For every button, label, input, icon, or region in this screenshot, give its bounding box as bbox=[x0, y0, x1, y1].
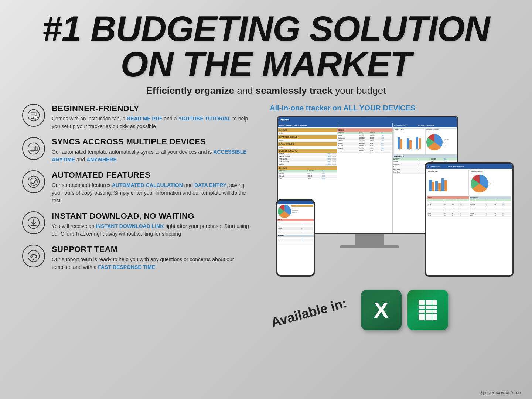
feature-download-desc: You will receive an INSTANT DOWNLOAD LIN… bbox=[52, 222, 251, 238]
fast-response-link[interactable]: FAST RESPONSE TIME bbox=[98, 264, 155, 270]
feature-beginner-title: BEGINNER-FRIENDLY bbox=[52, 104, 251, 113]
youtube-link[interactable]: YOUTUBE TUTORIAL bbox=[178, 116, 231, 122]
svg-point-20 bbox=[35, 255, 37, 258]
footer-handle: @prioridigitalstudio bbox=[480, 390, 521, 395]
feature-download: INSTANT DOWNLOAD, NO WAITING You will re… bbox=[22, 211, 251, 238]
footer: @prioridigitalstudio bbox=[480, 390, 521, 395]
devices-wrapper: JANUARY BUDGET RANGE / CURRENCY FORMAT bbox=[266, 116, 517, 286]
phone-mockup: SUMMARY Income: 7,850 Expenses: 5,498 Sa… bbox=[273, 197, 318, 282]
title-line2: ON THE MARKET bbox=[22, 47, 510, 82]
feature-beginner-desc: Comes with an instruction tab, a READ ME… bbox=[52, 115, 251, 130]
feature-syncs: SYNCS ACCROSS MULTIPLE DEVICES Our autom… bbox=[22, 137, 251, 164]
devices-highlight: ALL YOUR DEVICES bbox=[343, 104, 415, 112]
feature-support-desc: Our support team is ready to help you wi… bbox=[52, 256, 251, 271]
feature-automated: AUTOMATED FEATURES Our spreadsheet featu… bbox=[22, 170, 251, 205]
feature-beginner-text: BEGINNER-FRIENDLY Comes with an instruct… bbox=[52, 104, 251, 130]
phone-screen: SUMMARY Income: 7,850 Expenses: 5,498 Sa… bbox=[276, 199, 315, 277]
svg-point-19 bbox=[31, 255, 32, 258]
svg-point-18 bbox=[28, 250, 40, 262]
devices-column: All-in-one tracker on ALL YOUR DEVICES J… bbox=[266, 104, 517, 330]
excel-letter: X bbox=[374, 297, 389, 323]
excel-icon: X bbox=[361, 290, 402, 330]
devices-prefix: All-in-one tracker on bbox=[270, 104, 343, 112]
monitor-stand bbox=[355, 234, 384, 245]
tablet-mockup: BUDGET vs REAL SPENDING OVERVIEW BUDGET … bbox=[421, 160, 517, 286]
feature-support: SUPPORT TEAM Our support team is ready t… bbox=[22, 245, 251, 271]
tablet-screen: BUDGET vs REAL SPENDING OVERVIEW BUDGET … bbox=[425, 162, 514, 277]
feature-support-title: SUPPORT TEAM bbox=[52, 245, 251, 254]
support-icon bbox=[22, 245, 45, 267]
svg-rect-11 bbox=[34, 148, 38, 150]
main-container: #1 BUDGETING SOLUTION ON THE MARKET Effi… bbox=[0, 0, 532, 399]
features-column: $ BEGINNER-FRIENDLY Comes with an instru… bbox=[22, 104, 251, 330]
syncs-icon bbox=[22, 137, 45, 160]
feature-automated-desc: Our spreadsheet features AUTOMATED CALCU… bbox=[52, 181, 251, 205]
subtitle-suffix: your budget bbox=[332, 85, 386, 96]
available-section: Available in: X bbox=[273, 290, 448, 330]
feature-beginner-friendly: $ BEGINNER-FRIENDLY Comes with an instru… bbox=[22, 104, 251, 130]
auto-calc-link[interactable]: AUTOMATED CALCULATION bbox=[112, 182, 183, 188]
title-line1: #1 BUDGETING SOLUTION bbox=[22, 11, 510, 47]
svg-rect-21 bbox=[419, 300, 437, 320]
devices-header: All-in-one tracker on ALL YOUR DEVICES bbox=[270, 104, 415, 112]
feature-download-text: INSTANT DOWNLOAD, NO WAITING You will re… bbox=[52, 211, 251, 238]
sheets-svg bbox=[415, 297, 441, 323]
feature-syncs-text: SYNCS ACCROSS MULTIPLE DEVICES Our autom… bbox=[52, 137, 251, 164]
main-title: #1 BUDGETING SOLUTION ON THE MARKET bbox=[22, 11, 510, 82]
feature-download-title: INSTANT DOWNLOAD, NO WAITING bbox=[52, 211, 251, 221]
google-sheets-icon bbox=[407, 290, 448, 330]
subtitle-part1: Efficiently organize bbox=[146, 85, 234, 96]
feature-syncs-desc: Our automated template automatically syn… bbox=[52, 148, 251, 164]
readme-link[interactable]: READ ME PDF bbox=[127, 116, 162, 122]
subtitle-connector: and bbox=[234, 85, 256, 96]
download-icon bbox=[22, 211, 45, 234]
automated-icon bbox=[22, 170, 45, 193]
content-area: $ BEGINNER-FRIENDLY Comes with an instru… bbox=[22, 104, 510, 330]
anywhere-link[interactable]: ANYWHERE bbox=[86, 157, 117, 163]
svg-point-0 bbox=[28, 110, 40, 121]
monitor-base bbox=[340, 245, 399, 248]
feature-syncs-title: SYNCS ACCROSS MULTIPLE DEVICES bbox=[52, 137, 251, 147]
instant-link[interactable]: INSTANT DOWNLOAD LINK bbox=[96, 223, 164, 229]
available-text: Available in: bbox=[269, 295, 348, 330]
beginner-icon: $ bbox=[22, 104, 45, 127]
feature-support-text: SUPPORT TEAM Our support team is ready t… bbox=[52, 245, 251, 271]
subtitle-part2: seamlessly track bbox=[256, 85, 332, 96]
feature-automated-title: AUTOMATED FEATURES bbox=[52, 170, 251, 180]
subtitle: Efficiently organize and seamlessly trac… bbox=[22, 85, 510, 96]
feature-automated-text: AUTOMATED FEATURES Our spreadsheet featu… bbox=[52, 170, 251, 205]
data-entry-link[interactable]: DATA ENTRY bbox=[194, 182, 226, 188]
svg-rect-8 bbox=[30, 146, 35, 150]
header-section: #1 BUDGETING SOLUTION ON THE MARKET Effi… bbox=[22, 11, 510, 96]
